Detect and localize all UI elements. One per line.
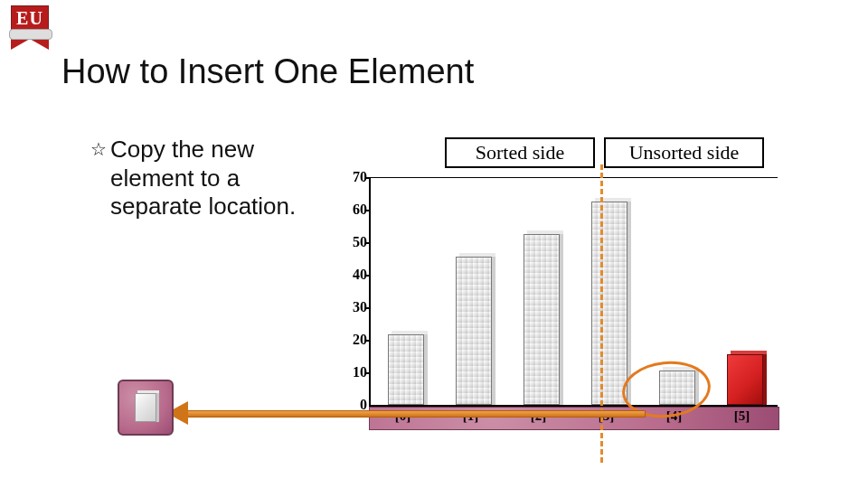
page-title: How to Insert One Element [61, 52, 474, 91]
sorted-side-label: Sorted side [445, 137, 595, 168]
tickmark-20 [365, 340, 371, 342]
logo-scroll [9, 29, 52, 40]
tickmark-30 [365, 307, 371, 309]
x-tick-5: [5] [708, 408, 776, 424]
tickmark-10 [365, 372, 371, 374]
y-tick-40: 40 [335, 267, 367, 283]
arrow-shaft [183, 410, 646, 418]
tickmark-40 [365, 275, 371, 277]
unsorted-side-label: Unsorted side [604, 137, 764, 168]
logo: EU [11, 5, 51, 47]
bar-2 [524, 234, 560, 405]
plot-area [369, 177, 778, 407]
bar-3 [591, 202, 627, 405]
bullet-content: Copy the new element to a separate locat… [110, 136, 296, 220]
y-tick-50: 50 [335, 234, 367, 250]
y-tick-20: 20 [335, 332, 367, 348]
copy-arrow [172, 403, 651, 425]
tickmark-50 [365, 242, 371, 244]
y-tick-60: 60 [335, 202, 367, 218]
star-icon: ☆ [90, 138, 107, 160]
y-tick-10: 10 [335, 364, 367, 380]
separate-location-box [118, 380, 174, 436]
y-tick-30: 30 [335, 299, 367, 315]
gridline-70 [371, 177, 778, 178]
logo-text: EU [12, 6, 48, 30]
bar-0 [388, 334, 424, 405]
tickmark-60 [365, 210, 371, 211]
bar-1 [456, 257, 492, 405]
bar-5 [727, 354, 763, 405]
y-tick-70: 70 [335, 169, 367, 185]
bullet-text: ☆ Copy the new element to a separate loc… [110, 136, 327, 221]
copied-element [135, 393, 156, 422]
tickmark-70 [365, 177, 371, 179]
slide: EU How to Insert One Element ☆ Copy the … [0, 0, 868, 488]
